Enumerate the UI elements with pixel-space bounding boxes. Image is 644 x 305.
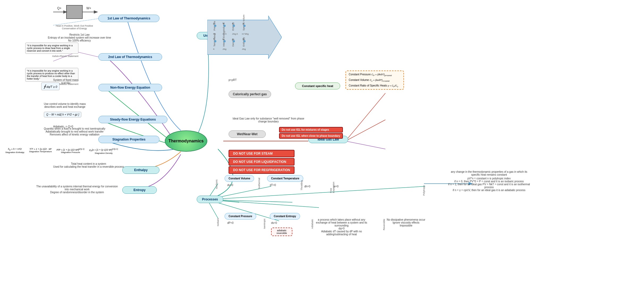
steam-warnings: DO NOT USE FOR STEAM DO NOT USE FOR LIQU…: [229, 149, 294, 175]
isentropic-eq: ds=0: [271, 221, 277, 224]
reversible-col-label: Reversible: [383, 216, 385, 230]
stag-density: ρ0/ρ = [1 + (γ-1)/2 M²]1/(γ-1) Stagnatio…: [89, 148, 118, 154]
kelvin-planck-container: "It is impossible for any engine working…: [25, 43, 78, 57]
isobaric-group: Isobaric: [217, 216, 219, 226]
svg-rect-16: [66, 5, 82, 19]
cp-formula: Constant Pressure CP = (∂h/∂T)p=const: [349, 73, 401, 77]
steady-flow-formula: Q − W = mΔ[ h + V²/2 + gz ]: [44, 112, 81, 117]
svg-text:Q+: Q+: [57, 6, 61, 10]
non-flow-node: Non-flow Energy Equation: [98, 84, 162, 91]
svg-text:v: v: [243, 22, 244, 25]
heat-work-diagram: Q+ W+ Heat In Positive, Work Out Positiv…: [48, 3, 101, 30]
constant-volume-label: Constant Volume: [225, 175, 254, 182]
wet-near-wet-node: Wet/Near-Wet: [229, 130, 266, 138]
svg-point-28: [233, 25, 235, 27]
steady-flow-details: Use control volume to identify mass desc…: [44, 102, 86, 108]
svg-point-42: [214, 40, 216, 42]
constant-pressure-label: Constant Pressure: [225, 213, 256, 220]
first-law-node: 1st Law of Thermodynamics: [98, 15, 159, 22]
svg-text:m^3/kg: m^3/kg: [242, 33, 249, 35]
ideal-gas-formula: p=ρRT: [229, 79, 237, 81]
reversible-group: Reversible: [383, 216, 385, 230]
svg-text:h: h: [243, 38, 244, 40]
units-diagram: Pressure Volume Entropy Specific Volume …: [207, 15, 282, 60]
svg-text:T: T: [213, 38, 215, 40]
constant-entropy-label: Constant Entropy: [270, 213, 300, 220]
svg-text:J/kg: J/kg: [222, 48, 226, 50]
stag-pressure: P/P = [1 + (γ-1)/2 M²]γ/(γ-1) Stagnation…: [57, 148, 85, 154]
polytropic-col-label: Polytropic: [423, 181, 425, 196]
enthalpy-node: Enthalpy: [122, 166, 159, 174]
svg-line-15: [207, 186, 425, 200]
svg-line-4: [346, 93, 385, 141]
enthalpy-details: Total heat content in a system Used for …: [53, 162, 124, 168]
constant-temperature-label: Constant Temperature: [267, 175, 303, 182]
reversible-desc: No dissipative phenomena occur Ignore vi…: [387, 218, 425, 227]
svg-text:s: s: [232, 22, 233, 25]
isentropic-label: Isentropic: [263, 216, 266, 229]
gamma-formula: Constant Ratio of Specific Heats γ = CP/…: [349, 84, 401, 88]
conservation-label: Conservation of Energy: [48, 27, 101, 30]
isochoric-eq: dv=0: [227, 184, 233, 187]
svg-text:J/kg.K: J/kg.K: [232, 33, 238, 35]
entropy-details: The unavailability of a systems internal…: [35, 185, 120, 194]
isothermal-eq: dT=0: [270, 184, 276, 187]
svg-point-26: [214, 25, 216, 27]
svg-point-43: [224, 40, 226, 42]
adiabatic-reversible-box: adiabatic reversible: [271, 228, 292, 236]
stagnation-details: Quantity when a fluid is brought to rest…: [44, 127, 105, 136]
throttling-label: Throttling: [300, 177, 303, 190]
ideal-gas-condition: Ideal Gas Law only for substance "well r…: [229, 117, 308, 123]
heat-work-label: Heat In Positive, Work Out Positive: [48, 24, 101, 27]
svg-text:V: V: [222, 22, 224, 25]
stagnation-formulas-row: h0 = h + V²/2 Stagnation Enthalpy T/T = …: [5, 148, 118, 154]
isobaric-label: Isobaric: [217, 216, 219, 226]
svg-text:p: p: [213, 22, 214, 25]
adiabatic-col-label: Adiabatic: [311, 216, 314, 229]
svg-line-6: [346, 141, 385, 149]
kelvin-planck-label: Kelvin-Planck Statement: [25, 55, 78, 57]
second-law-node: 2nd Law of Thermodynamics: [98, 53, 162, 61]
second-law-restricts: Restricts 1st Law Entropy of an insolate…: [48, 33, 111, 42]
central-node: Thermodynamics: [165, 130, 207, 152]
isochoric-label: Isochoric: [215, 178, 218, 189]
svg-line-5: [346, 120, 385, 141]
kelvin-planck-quote: "It is impossible for any engine working…: [25, 43, 78, 54]
svg-point-27: [224, 25, 226, 27]
isothermal-group: Isothermal: [258, 178, 260, 189]
constant-specific-heat-node: Constant specific heat: [295, 83, 340, 89]
isothermal-label: Isothermal: [258, 178, 260, 189]
svg-line-14: [207, 200, 319, 208]
polytropic-desc: any change in the thermodynamic properti…: [447, 170, 532, 192]
svg-point-45: [243, 40, 246, 42]
adiabatic-group: Adiabatic: [311, 216, 314, 229]
adiabatic-desc: a process which takes place without any …: [315, 218, 368, 236]
steady-flow-node: Steady-flow Energy Equations: [98, 116, 167, 123]
processes-node: Processes: [197, 196, 223, 203]
svg-text:J/kg: J/kg: [242, 48, 246, 50]
throttling-eq: dh=0: [304, 185, 310, 188]
svg-text:ρ: ρ: [232, 38, 233, 40]
calorically-perfect-node: Calorically perfect gas: [229, 90, 271, 98]
svg-text:K: K: [213, 48, 215, 50]
wet-warnings: Do not use IGL for mixtures of stages Do…: [279, 126, 343, 139]
cv-formula: Constant Volume Cv = (∂u/∂T)v=const: [349, 78, 401, 82]
specific-heat-formulas: Constant Pressure CP = (∂h/∂T)p=const Co…: [346, 71, 404, 90]
svg-line-1: [77, 52, 100, 57]
svg-point-29: [243, 25, 246, 27]
svg-point-44: [233, 40, 235, 42]
svg-text:W+: W+: [86, 6, 91, 10]
polytropic-group: Polytropic: [423, 181, 425, 196]
isochoric-group: Isochoric: [215, 178, 218, 189]
isobaric-eq: dP=0: [227, 221, 234, 224]
throttling-group: Throttling: [300, 177, 303, 190]
stagnation-node: Stagnation Properties: [98, 136, 159, 143]
isentropic-group: Isentropic: [263, 216, 266, 229]
stag-enthalpy: h0 = h + V²/2 Stagnation Enthalpy: [5, 148, 24, 154]
free-expansion-eq: w=0: [334, 185, 339, 188]
entropy-node: Entropy: [122, 186, 157, 194]
svg-text:u: u: [222, 38, 224, 40]
stag-temperature: T/T = 1 + (γ-1)/2 · M² Stagnation Temper…: [29, 148, 52, 154]
non-flow-details: System of fixed mass q-w=Δu: [53, 79, 78, 84]
